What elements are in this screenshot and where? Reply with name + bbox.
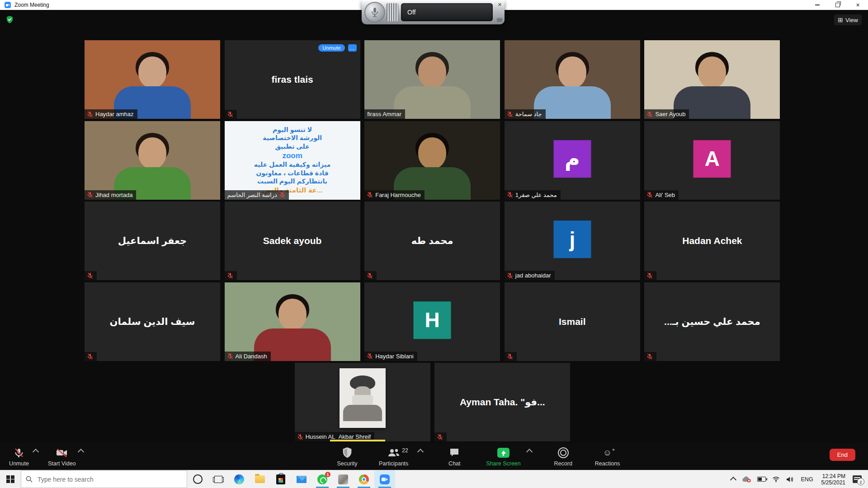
active-speaker-underline <box>330 440 385 441</box>
participant-tile-5-2[interactable]: Ayman Taha. "فو... <box>434 363 570 441</box>
restore-button[interactable] <box>827 0 848 10</box>
notification-center-button[interactable]: 2 <box>849 470 868 488</box>
taskbar-clock[interactable]: 12:24 PM 5/25/2021 <box>817 473 849 486</box>
sketch-shoulders <box>343 405 382 421</box>
participant-tile-2-1[interactable]: Jihad mortada <box>85 121 220 200</box>
volume-status[interactable] <box>783 470 797 488</box>
participant-tile-5-1[interactable]: Hussein AL_Akbar Shreif <box>295 363 430 441</box>
mic-muted-icon <box>87 192 93 198</box>
file-explorer-icon <box>255 475 265 483</box>
participant-tile-3-1[interactable]: جعفر اسماعيل <box>85 202 220 280</box>
participant-tile-1-1[interactable]: Haydar amhaz <box>85 40 220 119</box>
minimize-button[interactable] <box>807 0 827 10</box>
encryption-shield-icon[interactable] <box>6 16 13 23</box>
grid-row-1: Haydar amhazfiras tlaisUnmute...firass A… <box>85 40 780 119</box>
taskbar-app-edge[interactable] <box>229 470 250 488</box>
microphone-osd-icon[interactable] <box>364 2 385 23</box>
participant-tile-2-5[interactable]: AAli' Seb <box>644 121 780 200</box>
mic-muted-icon <box>297 434 303 440</box>
end-meeting-button[interactable]: End <box>830 449 855 461</box>
language-indicator[interactable]: ENG <box>797 476 817 483</box>
battery-status[interactable] <box>754 470 769 488</box>
participant-tile-3-3[interactable]: محمد طه <box>364 202 500 280</box>
window-controls: × <box>807 0 868 10</box>
network-status[interactable] <box>769 470 783 488</box>
security-button[interactable]: Security <box>335 447 359 467</box>
mic-muted-icon <box>437 434 443 440</box>
osd-close-icon[interactable]: ✕ <box>498 2 502 8</box>
battery-icon <box>757 477 766 482</box>
video-feed <box>364 40 500 119</box>
person-face <box>558 56 586 88</box>
share-screen-button[interactable]: Share Screen <box>486 447 520 467</box>
mic-muted-icon <box>367 192 373 198</box>
video-feed <box>364 121 500 200</box>
participants-chevron[interactable] <box>417 449 424 455</box>
participant-label: Jihad mortada <box>85 190 136 200</box>
participant-label: دراسة النصر الحاسم <box>225 190 289 200</box>
participant-tile-3-5[interactable]: Hadan Achek <box>644 202 780 280</box>
taskbar-app-chrome[interactable] <box>354 470 374 488</box>
participant-label-name: Ali' Seb <box>655 192 675 198</box>
participant-name-center: ...محمد علي حسين بـ <box>644 282 780 361</box>
participant-tile-3-2[interactable]: Sadek ayoub <box>225 202 360 280</box>
participant-tile-4-3[interactable]: HHaydar Siblani <box>364 282 500 361</box>
taskbar-app-explorer[interactable] <box>250 470 270 488</box>
participant-label <box>85 271 97 280</box>
unmute-options-chevron[interactable] <box>33 449 39 455</box>
ask-unmute-button[interactable]: Unmute <box>318 44 344 52</box>
participant-name-center: جعفر اسماعيل <box>85 202 220 280</box>
participant-tile-1-4[interactable]: جاد سماحة <box>505 40 640 119</box>
task-view-icon <box>214 476 222 483</box>
participant-tile-1-3[interactable]: firass Ammar <box>364 40 500 119</box>
tile-more-button[interactable]: ... <box>348 44 357 52</box>
participant-tile-2-4[interactable]: ممحمد علي صقر1 <box>505 121 640 200</box>
close-button[interactable]: × <box>848 0 868 10</box>
participant-tile-4-1[interactable]: سيف الدين سلمان <box>85 282 220 361</box>
participant-label: Haydar amhaz <box>85 109 137 119</box>
taskbar-search[interactable] <box>21 470 187 488</box>
system-tray: ENG 12:24 PM 5/25/2021 2 <box>728 470 868 488</box>
participant-tile-1-5[interactable]: Saer Ayoub <box>644 40 780 119</box>
participants-button[interactable]: 22 Participants <box>379 447 408 467</box>
video-feed <box>644 40 780 119</box>
chat-button[interactable]: Chat <box>443 447 466 467</box>
chat-bubble-icon <box>449 447 460 459</box>
video-options-chevron[interactable] <box>78 449 84 455</box>
participant-tile-3-4[interactable]: jjad abohaidar <box>505 202 640 280</box>
osd-menu-icon[interactable] <box>497 18 502 22</box>
participant-tile-4-5[interactable]: ...محمد علي حسين بـ <box>644 282 780 361</box>
whatsapp-badge: 1 <box>325 472 330 477</box>
volume-slider[interactable] <box>387 3 398 21</box>
search-input[interactable] <box>37 475 160 483</box>
share-screen-chevron[interactable] <box>526 449 533 455</box>
record-button[interactable]: Record <box>552 447 575 467</box>
cortana-button[interactable] <box>187 470 208 488</box>
chat-label: Chat <box>448 460 460 467</box>
task-view-button[interactable] <box>208 470 229 488</box>
taskbar-app-store[interactable] <box>270 470 291 488</box>
reactions-button[interactable]: ☺+ Reactions <box>595 447 620 467</box>
unmute-button[interactable]: Unmute <box>7 447 31 467</box>
avatar: م <box>553 140 591 178</box>
taskbar-app-mail[interactable] <box>291 470 312 488</box>
video-grid: Haydar amhazfiras tlaisUnmute...firass A… <box>85 40 780 444</box>
person-face <box>418 137 446 169</box>
taskbar-app-zoom[interactable] <box>374 470 395 488</box>
mic-muted-icon <box>367 272 373 279</box>
taskbar-app-photos[interactable] <box>333 470 354 488</box>
tray-expand-button[interactable] <box>728 470 739 488</box>
person-face <box>418 56 446 88</box>
taskbar-app-whatsapp[interactable]: 1 <box>312 470 333 488</box>
view-button[interactable]: ⊞ View <box>834 14 862 25</box>
participant-tile-2-3[interactable]: Faraj Harmouche <box>364 121 500 200</box>
zoom-taskbar-icon <box>380 474 390 484</box>
start-button[interactable] <box>0 470 21 488</box>
start-video-button[interactable]: Start Video <box>48 447 76 467</box>
participant-tile-4-2[interactable]: Ali Dandash <box>225 282 360 361</box>
poster-line: بانتظاركم اليوم السبت <box>257 178 327 186</box>
participant-tile-1-2[interactable]: firas tlaisUnmute... <box>225 40 360 119</box>
onedrive-status[interactable] <box>739 470 754 488</box>
participant-tile-4-4[interactable]: Ismail <box>505 282 640 361</box>
participant-tile-2-2[interactable]: لا تنسو اليومالورشة الاختصاصيةعلى تطبيقz… <box>225 121 360 200</box>
